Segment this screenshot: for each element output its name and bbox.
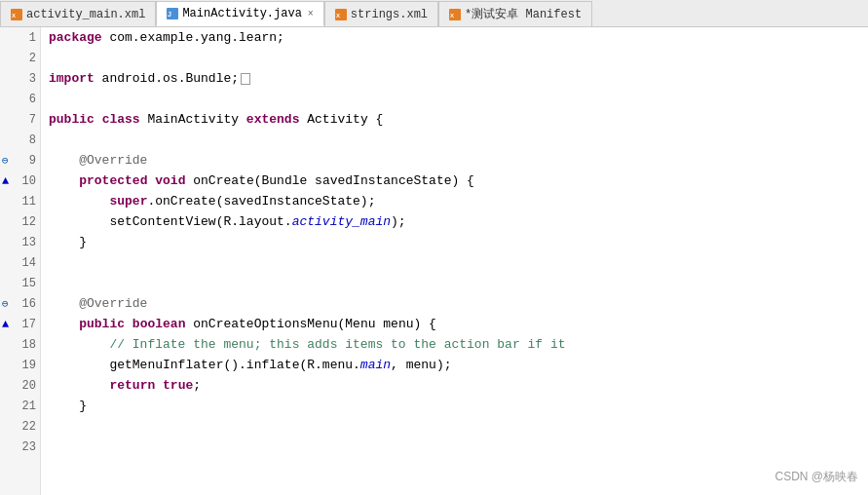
code-line-2: [41, 48, 868, 68]
token-kw-return: return: [109, 375, 155, 396]
xml-icon: X: [11, 9, 22, 20]
xml-icon: X: [449, 9, 461, 20]
code-line-14: [41, 252, 868, 273]
token-kw-super: super: [109, 191, 147, 211]
line-number-row-15: 15: [0, 273, 40, 293]
token-plain: MainActivity: [140, 109, 246, 130]
fold-arrow-icon[interactable]: ▲: [2, 174, 9, 188]
token-plain: getMenuInflater().inflate(R.menu.: [49, 355, 360, 375]
fold-arrow-icon[interactable]: ▲: [2, 318, 9, 331]
svg-text:X: X: [336, 13, 340, 19]
token-plain: [49, 171, 79, 191]
code-line-8: [41, 130, 868, 150]
tab-activity_main[interactable]: Xactivity_main.xml: [0, 1, 156, 26]
line-num-20: 20: [17, 379, 36, 393]
token-plain: [147, 171, 155, 191]
line-num-9: 9: [17, 154, 36, 168]
code-line-1: package com.example.yang.learn;: [41, 27, 868, 48]
line-number-row-13: 13: [0, 232, 40, 252]
code-line-20: return true;: [41, 375, 868, 396]
token-kw-boolean: boolean: [132, 314, 186, 334]
line-num-16: 16: [17, 297, 36, 311]
fold-minus-icon[interactable]: ⊖: [2, 154, 9, 167]
code-line-3: import android.os.Bundle;: [41, 68, 868, 89]
tab-bar: Xactivity_main.xmlJMainActivity.java×Xst…: [0, 0, 868, 27]
line-number-row-17: ▲17: [0, 314, 40, 334]
line-number-row-9: ⊖9: [0, 150, 40, 171]
code-line-6: [41, 89, 868, 109]
line-number-row-19: 19: [0, 355, 40, 375]
code-line-13: }: [41, 232, 868, 252]
tab-label-strings: strings.xml: [351, 8, 428, 21]
expand-box-icon[interactable]: [241, 73, 250, 85]
line-num-18: 18: [17, 338, 36, 352]
token-plain: );: [391, 211, 406, 232]
tab-label-manifest: *测试安卓 Manifest: [465, 6, 582, 22]
token-kw-public: public: [49, 109, 94, 130]
line-num-8: 8: [17, 133, 36, 147]
line-num-10: 10: [17, 174, 36, 188]
line-numbers: 123678⊖9▲101112131415⊖16▲17181920212223: [0, 27, 41, 495]
code-line-10: protected void onCreate(Bundle savedInst…: [41, 171, 868, 191]
code-line-15: [41, 273, 868, 293]
line-num-12: 12: [17, 215, 36, 229]
line-number-row-8: 8: [0, 130, 40, 150]
tab-mainactivity[interactable]: JMainActivity.java×: [156, 1, 323, 26]
token-annotation: @Override: [49, 293, 147, 314]
code-line-17: public boolean onCreateOptionsMenu(Menu …: [41, 314, 868, 334]
line-num-3: 3: [17, 72, 36, 86]
line-number-row-7: 7: [0, 109, 40, 130]
token-plain: Activity {: [299, 109, 383, 130]
token-kw-class: class: [102, 109, 140, 130]
token-plain: }: [49, 232, 87, 252]
token-kw-true: true: [163, 375, 193, 396]
line-number-row-1: 1: [0, 27, 40, 48]
token-plain: onCreate(Bundle savedInstanceState) {: [185, 171, 473, 191]
code-line-16: @Override: [41, 293, 868, 314]
tab-close-mainactivity[interactable]: ×: [308, 9, 314, 19]
line-num-15: 15: [17, 277, 36, 290]
line-number-row-6: 6: [0, 89, 40, 109]
token-kw-void: void: [155, 171, 185, 191]
token-plain: [49, 191, 109, 211]
token-annotation: @Override: [49, 150, 147, 171]
token-comment: // Inflate the menu; this adds items to …: [49, 334, 566, 355]
line-num-2: 2: [17, 52, 36, 65]
line-number-row-14: 14: [0, 252, 40, 273]
line-num-13: 13: [17, 236, 36, 249]
line-num-23: 23: [17, 440, 36, 454]
line-number-row-16: ⊖16: [0, 293, 40, 314]
line-number-row-18: 18: [0, 334, 40, 355]
code-content[interactable]: package com.example.yang.learn; import a…: [41, 27, 868, 495]
line-number-row-22: 22: [0, 416, 40, 437]
token-plain: com.example.yang.learn;: [102, 27, 284, 48]
line-num-21: 21: [17, 400, 36, 413]
token-italic-ref: activity_main: [292, 211, 391, 232]
tab-strings[interactable]: Xstrings.xml: [324, 1, 438, 26]
xml-icon: X: [335, 9, 347, 20]
token-italic-ref: main: [360, 355, 391, 375]
code-line-19: getMenuInflater().inflate(R.menu.main, m…: [41, 355, 868, 375]
line-number-row-12: 12: [0, 211, 40, 232]
svg-text:J: J: [168, 11, 171, 18]
fold-minus-icon[interactable]: ⊖: [2, 297, 9, 310]
watermark: CSDN @杨映春: [774, 469, 858, 485]
line-num-1: 1: [17, 31, 36, 45]
line-number-row-10: ▲10: [0, 171, 40, 191]
token-plain: , menu);: [391, 355, 451, 375]
line-number-row-3: 3: [0, 68, 40, 89]
line-num-19: 19: [17, 359, 36, 372]
token-plain: onCreateOptionsMenu(Menu menu) {: [185, 314, 435, 334]
token-kw-package: package: [49, 27, 102, 48]
code-lines: package com.example.yang.learn; import a…: [41, 27, 868, 457]
line-num-11: 11: [17, 195, 36, 209]
token-plain: [155, 375, 163, 396]
line-num-22: 22: [17, 420, 36, 434]
line-num-7: 7: [17, 113, 36, 127]
tab-manifest[interactable]: X*测试安卓 Manifest: [438, 1, 592, 26]
line-num-17: 17: [17, 318, 36, 331]
java-icon: J: [167, 8, 178, 19]
token-plain: [125, 314, 132, 334]
code-line-9: @Override: [41, 150, 868, 171]
code-line-11: super.onCreate(savedInstanceState);: [41, 191, 868, 211]
